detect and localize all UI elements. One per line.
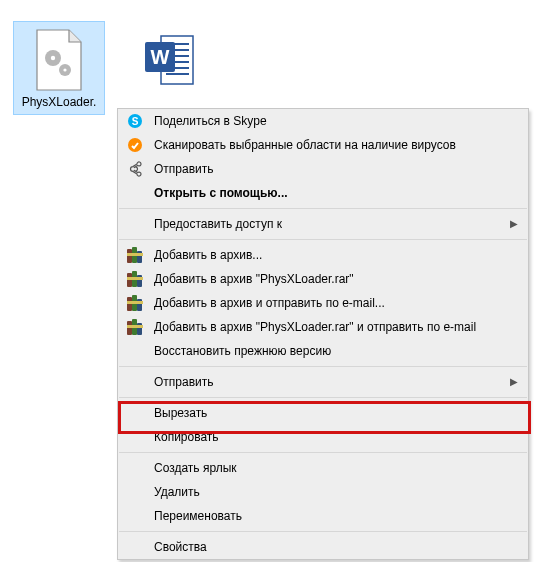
menu-rar-add-named[interactable]: Добавить в архив "PhysXLoader.rar" [118,267,528,291]
menu-properties[interactable]: Свойства [118,535,528,559]
menu-label: Копировать [154,430,219,444]
submenu-arrow-icon: ▶ [510,376,518,387]
menu-label: Вырезать [154,406,207,420]
menu-rar-email[interactable]: Добавить в архив и отправить по e-mail..… [118,291,528,315]
file-label [124,94,214,100]
menu-separator [119,366,527,367]
menu-label: Открыть с помощью... [154,186,288,200]
menu-delete[interactable]: Удалить [118,480,528,504]
svg-point-15 [128,138,142,152]
menu-label: Переименовать [154,509,242,523]
menu-separator [119,397,527,398]
menu-label: Добавить в архив "PhysXLoader.rar" [154,272,354,286]
winrar-icon [126,318,144,336]
winrar-icon [126,270,144,288]
svg-point-2 [51,56,55,60]
winrar-icon [126,294,144,312]
context-menu: S Поделиться в Skype Сканировать выбранн… [117,108,529,560]
menu-restore-version[interactable]: Восстановить прежнюю версию [118,339,528,363]
menu-antivirus-scan[interactable]: Сканировать выбранные области на наличие… [118,133,528,157]
menu-label: Предоставить доступ к [154,217,282,231]
menu-label: Добавить в архив... [154,248,262,262]
menu-send-to[interactable]: Отправить ▶ [118,370,528,394]
menu-label: Отправить [154,162,214,176]
menu-label: Добавить в архив и отправить по e-mail..… [154,296,385,310]
menu-label: Свойства [154,540,207,554]
menu-separator [119,452,527,453]
menu-create-shortcut[interactable]: Создать ярлык [118,456,528,480]
menu-label: Отправить [154,375,214,389]
menu-label: Создать ярлык [154,461,237,475]
share-icon [126,160,144,178]
menu-label: Восстановить прежнюю версию [154,344,331,358]
menu-label: Сканировать выбранные области на наличие… [154,138,456,152]
file-word-doc[interactable]: W [124,22,214,100]
antivirus-icon [126,136,144,154]
dll-file-icon [31,28,87,92]
menu-rar-email-named[interactable]: Добавить в архив "PhysXLoader.rar" и отп… [118,315,528,339]
menu-label: Удалить [154,485,200,499]
svg-text:S: S [132,116,139,127]
menu-label: Добавить в архив "PhysXLoader.rar" и отп… [154,320,476,334]
desktop: PhysXLoader. W S Поделиться в Skype Скан… [0,0,552,562]
menu-share-access[interactable]: Предоставить доступ к ▶ [118,212,528,236]
menu-separator [119,531,527,532]
file-physxloader[interactable]: PhysXLoader. [14,22,104,114]
svg-text:W: W [151,46,170,68]
menu-separator [119,208,527,209]
file-label: PhysXLoader. [14,94,104,114]
menu-cut[interactable]: Вырезать [118,401,528,425]
menu-label: Поделиться в Skype [154,114,267,128]
menu-rename[interactable]: Переименовать [118,504,528,528]
winrar-icon [126,246,144,264]
word-file-icon: W [141,28,197,92]
menu-separator [119,239,527,240]
menu-open-with[interactable]: Открыть с помощью... [118,181,528,205]
menu-send-share[interactable]: Отправить [118,157,528,181]
svg-point-3 [63,68,66,71]
menu-share-skype[interactable]: S Поделиться в Skype [118,109,528,133]
submenu-arrow-icon: ▶ [510,218,518,229]
skype-icon: S [126,112,144,130]
menu-rar-add[interactable]: Добавить в архив... [118,243,528,267]
menu-copy[interactable]: Копировать [118,425,528,449]
